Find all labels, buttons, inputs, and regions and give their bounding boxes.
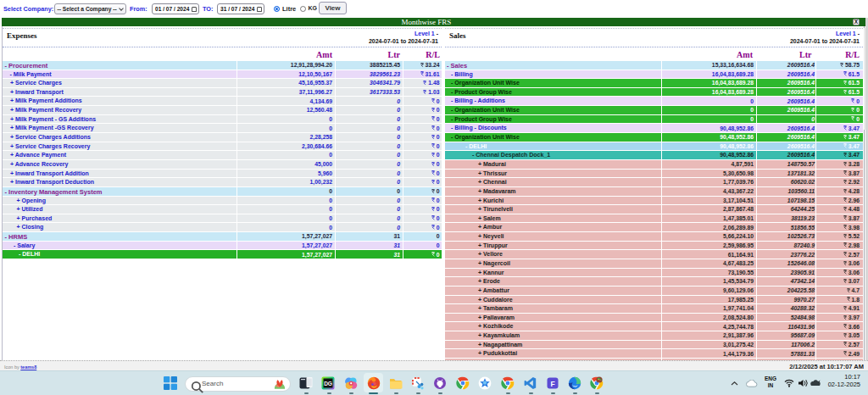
svg-text:DG: DG	[324, 381, 332, 387]
svg-text:F: F	[550, 380, 554, 388]
